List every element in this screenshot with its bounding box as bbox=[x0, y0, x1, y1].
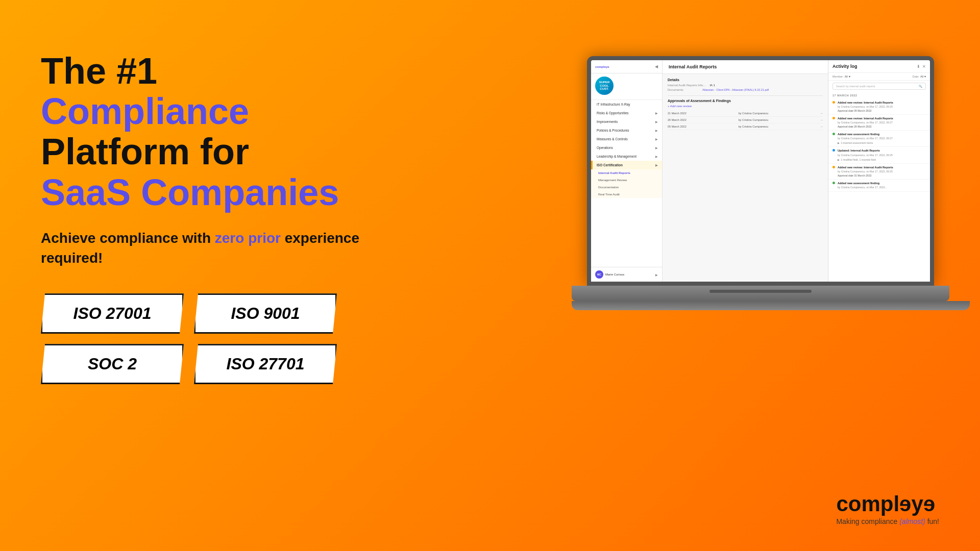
customer-badge: SUPERCOOLCUST. bbox=[599, 81, 610, 91]
subtext-highlight: zero prior bbox=[215, 230, 281, 246]
certification-badges: ISO 27001 ISO 9001 SOC 2 ISO 27701 bbox=[41, 293, 337, 384]
sidebar-subitem-management-review[interactable]: Management Review bbox=[591, 177, 662, 184]
laptop-bottom bbox=[572, 301, 970, 310]
date-filter-label: Date: bbox=[913, 75, 919, 78]
activity-item-1: Added new review: Internal Audit Reports… bbox=[828, 99, 930, 115]
sidebar-item-leadership[interactable]: Leadership & Management ▶ bbox=[591, 152, 662, 161]
download-icon[interactable]: ⬇ bbox=[917, 64, 920, 69]
member-filter-value: All bbox=[845, 75, 848, 78]
arrow-icon: ▶ bbox=[655, 137, 658, 141]
sidebar-item-operations[interactable]: Operations ▶ bbox=[591, 143, 662, 152]
date-filter[interactable]: Date: All ▾ bbox=[913, 75, 926, 78]
sidebar-item-measures[interactable]: Measures & Controls ▶ bbox=[591, 135, 662, 143]
documents-row: Documents: Atlassian - Client DPA - Atla… bbox=[668, 88, 823, 91]
activity-item-3-content: Added new assessment finding by Cristina… bbox=[838, 133, 926, 144]
activity-item-6: Added new assessment finding by Cristina… bbox=[828, 180, 930, 192]
laptop-base bbox=[572, 286, 949, 301]
sidebar-subitem-realtime-audit[interactable]: Real Time Audit bbox=[591, 191, 662, 198]
badge-iso9001: ISO 9001 bbox=[194, 293, 337, 334]
sidebar-item-iso[interactable]: ISO Certification ▶ bbox=[591, 161, 662, 169]
activity-item-4-expand[interactable]: ▶ 1 modified field, 1 inserted field bbox=[838, 158, 926, 161]
activity-log-actions: ⬇ ✕ bbox=[917, 64, 926, 69]
activity-item-3-sub: by Cristina Cumparescu, on Mar 17, 2022,… bbox=[838, 137, 926, 140]
subtext-before: Achieve compliance with bbox=[41, 230, 215, 246]
sidebar-collapse-button[interactable]: ◀ bbox=[655, 64, 658, 69]
activity-date-section: 17 MARCH 2022 bbox=[828, 92, 930, 99]
sidebar-user-avatar[interactable]: MC Marie Curious ▶ bbox=[591, 267, 662, 282]
search-placeholder: Search by internal audit reports bbox=[836, 85, 875, 88]
expand-user-icon: ▶ bbox=[655, 273, 658, 277]
sidebar-subitem-documentation[interactable]: Documentation bbox=[591, 184, 662, 191]
activity-dot-1 bbox=[832, 101, 835, 104]
badge-iso27001: ISO 27001 bbox=[41, 293, 184, 334]
arrow-icon: ▶ bbox=[655, 129, 658, 132]
activity-search-bar[interactable]: Search by internal audit reports 🔍 bbox=[832, 83, 926, 90]
user-avatar-circle: MC bbox=[595, 270, 603, 279]
brand-text2: y bbox=[912, 492, 923, 516]
expand-arrow-icon: ▶ bbox=[838, 141, 840, 144]
activity-item-1-title: Added new review: Internal Audit Reports bbox=[838, 101, 926, 105]
approval-menu-3[interactable]: ··· bbox=[820, 125, 823, 128]
activity-dot-6 bbox=[832, 182, 835, 184]
brand-name: compleye bbox=[836, 492, 939, 516]
headline-compliance: Compliance bbox=[41, 91, 388, 132]
laptop-frame: compleye ◀ SUPERCOOLCUST. IT Infrastruct… bbox=[572, 56, 949, 403]
brand-text: compl bbox=[836, 492, 899, 516]
member-filter[interactable]: Member: All ▾ bbox=[832, 75, 850, 78]
arrow-icon: ▶ bbox=[655, 146, 658, 149]
activity-dot-2 bbox=[832, 117, 835, 119]
activity-item-1-content: Added new review: Internal Audit Reports… bbox=[838, 101, 926, 112]
sidebar-header: compleye ◀ bbox=[591, 60, 662, 73]
activity-item-4-title: Updated: Internal Audit Reports bbox=[838, 149, 926, 153]
approval-row-3: 05 March 2022 by Cristina Cumparescu ··· bbox=[668, 123, 823, 130]
main-page-title: Internal Audit Reports bbox=[663, 60, 828, 74]
activity-dot-4 bbox=[832, 149, 835, 152]
approval-date-1: 21 March 2022 bbox=[668, 112, 687, 115]
add-review-button[interactable]: + Add new review bbox=[668, 105, 823, 108]
activity-item-1-detail: Approval date 05 March 2022 bbox=[838, 109, 926, 112]
arrow-icon: ▶ bbox=[655, 120, 658, 123]
sidebar-item-risks[interactable]: Risks & Opportunities ▶ bbox=[591, 109, 662, 117]
sidebar-subitem-audit-reports[interactable]: Internal Audit Reports bbox=[591, 169, 662, 177]
approval-menu-1[interactable]: ··· bbox=[820, 112, 823, 115]
app-ui: compleye ◀ SUPERCOOLCUST. IT Infrastruct… bbox=[591, 60, 930, 282]
approval-date-3: 05 March 2022 bbox=[668, 125, 687, 128]
sidebar: compleye ◀ SUPERCOOLCUST. IT Infrastruct… bbox=[591, 60, 663, 282]
arrow-icon: ▶ bbox=[655, 155, 658, 158]
activity-item-2: Added new review: Internal Audit Reports… bbox=[828, 115, 930, 131]
activity-item-1-sub: by Cristina Cumparescu, on Mar 17, 2022,… bbox=[838, 105, 926, 109]
approval-by-1: by Cristina Cumparescu bbox=[739, 112, 769, 115]
activity-item-6-content: Added new assessment finding by Cristina… bbox=[838, 182, 926, 189]
info-value: IA 1 bbox=[709, 84, 715, 87]
arrow-icon: ▶ bbox=[655, 163, 658, 167]
date-chevron-icon: ▾ bbox=[924, 75, 926, 78]
close-icon[interactable]: ✕ bbox=[922, 64, 926, 69]
headline: The #1 Compliance Platform for SaaS Comp… bbox=[41, 51, 388, 213]
sidebar-item-improvements[interactable]: Improvements ▶ bbox=[591, 117, 662, 126]
sidebar-item-xray[interactable]: IT Infrastructure X-Ray bbox=[591, 100, 662, 109]
laptop-screen: compleye ◀ SUPERCOOLCUST. IT Infrastruct… bbox=[587, 56, 934, 286]
activity-log-filters: Member: All ▾ Date: All ▾ bbox=[828, 73, 930, 81]
activity-item-4-sub: by Cristina Cumparescu, on Mar 17, 2022,… bbox=[838, 154, 926, 157]
activity-item-5-content: Added new review: Internal Audit Reports… bbox=[838, 166, 926, 177]
headline-saas: SaaS Companies bbox=[41, 172, 388, 213]
activity-item-4-content: Updated: Internal Audit Reports by Crist… bbox=[838, 149, 926, 161]
activity-log-title: Activity log bbox=[832, 64, 857, 69]
activity-item-3-title: Added new assessment finding bbox=[838, 133, 926, 136]
approval-row-2: 26 March 2022 by Cristina Cumparescu ··· bbox=[668, 117, 823, 123]
detail-info-row: Internal Audit Reports Info... IA 1 bbox=[668, 84, 823, 87]
activity-item-5: Added new review: Internal Audit Reports… bbox=[828, 164, 930, 180]
brand-tagline: Making compliance (almost) fun! bbox=[836, 517, 939, 525]
user-name-label: Marie Curious bbox=[605, 273, 624, 276]
document-link[interactable]: Atlassian - Client DPA - Atlassian (FINA… bbox=[702, 88, 769, 91]
approval-date-2: 26 March 2022 bbox=[668, 118, 687, 121]
activity-item-4: Updated: Internal Audit Reports by Crist… bbox=[828, 147, 930, 163]
approvals-section: Approvals of Assessment & Findings + Add… bbox=[668, 95, 823, 130]
activity-dot-3 bbox=[832, 133, 835, 135]
brand-e-reversed2: e bbox=[923, 492, 935, 516]
laptop-mockup: compleye ◀ SUPERCOOLCUST. IT Infrastruct… bbox=[572, 41, 960, 439]
approval-menu-2[interactable]: ··· bbox=[820, 118, 823, 121]
activity-item-3-expand[interactable]: ▶ 1 inserted assessment items bbox=[838, 141, 926, 144]
approvals-title: Approvals of Assessment & Findings bbox=[668, 99, 823, 103]
sidebar-item-policies[interactable]: Policies & Procedures ▶ bbox=[591, 126, 662, 135]
